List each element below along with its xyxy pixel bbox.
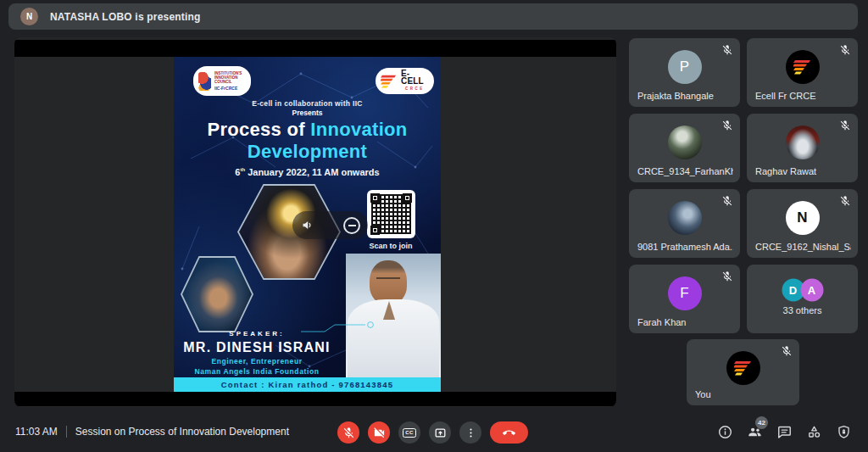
self-name: You bbox=[695, 389, 793, 399]
ecell-stripes-icon bbox=[381, 74, 398, 89]
ecell-name: E-CELL bbox=[401, 70, 429, 85]
event-date: 6th January 2022, 11 AM onwards bbox=[174, 167, 441, 177]
participant-tile[interactable]: P Prajakta Bhangale bbox=[629, 38, 740, 107]
letterbox-top bbox=[14, 40, 616, 57]
camera-toggle-button[interactable] bbox=[368, 421, 390, 444]
more-options-button[interactable] bbox=[459, 421, 481, 444]
mic-off-icon bbox=[839, 195, 851, 207]
meeting-details-button[interactable] bbox=[717, 424, 733, 440]
clock-time: 11:03 AM bbox=[15, 426, 58, 438]
qr-code bbox=[367, 190, 415, 238]
participant-name: 9081 Prathamesh Ada... bbox=[637, 242, 733, 252]
presenter-avatar: N bbox=[20, 8, 38, 25]
ecell-sub: CRCE bbox=[405, 85, 425, 92]
present-icon bbox=[434, 427, 447, 439]
participant-name: CRCE_9134_FarhanKh... bbox=[637, 166, 733, 176]
speaker-name: MR. DINESH ISRANI bbox=[174, 340, 340, 355]
camera-off-icon bbox=[373, 427, 386, 439]
activities-icon bbox=[806, 424, 822, 440]
chat-icon bbox=[776, 424, 793, 440]
divider bbox=[66, 426, 67, 438]
shared-poster: INSTITUTION'S INNOVATION COUNCIL IIC-FrC… bbox=[174, 57, 441, 392]
ecell-logo-avatar bbox=[786, 50, 820, 84]
presenting-text: NATASHA LOBO is presenting bbox=[50, 11, 201, 23]
presents-line: Presents bbox=[174, 109, 441, 117]
info-icon bbox=[717, 424, 733, 440]
mic-off-icon bbox=[721, 271, 733, 282]
mic-off-icon bbox=[721, 44, 733, 56]
iic-emblem-icon bbox=[198, 72, 211, 91]
ecell-stripes-icon bbox=[793, 59, 812, 75]
mic-off-icon bbox=[721, 120, 733, 131]
speaker-photo bbox=[346, 254, 441, 377]
chat-button[interactable] bbox=[776, 424, 793, 440]
collab-line: E-cell in collaboration with IIC bbox=[174, 99, 441, 108]
mic-toggle-button[interactable] bbox=[337, 421, 359, 444]
speaker-role: Engineer, Entrepreneur bbox=[174, 357, 340, 366]
mic-off-icon bbox=[839, 120, 851, 131]
poster-title: Process of Innovation Development bbox=[174, 119, 441, 163]
photo-avatar bbox=[668, 201, 702, 235]
activities-button[interactable] bbox=[806, 424, 822, 440]
host-controls-button[interactable] bbox=[836, 424, 852, 440]
participant-name: CRCE_9162_Nishal_Sa... bbox=[755, 242, 851, 252]
title-part-cyan: Innovation bbox=[310, 119, 407, 140]
meeting-title: Session on Process of Innovation Develop… bbox=[75, 426, 289, 438]
presenting-banner: N NATASHA LOBO is presenting bbox=[8, 3, 858, 30]
participant-name: Ecell Fr CRCE bbox=[755, 91, 851, 101]
ecell-logo-avatar bbox=[726, 351, 760, 385]
mic-off-icon bbox=[342, 427, 355, 439]
presentation-stage[interactable]: INSTITUTION'S INNOVATION COUNCIL IIC-FrC… bbox=[14, 37, 616, 407]
participant-tile[interactable]: 9081 Prathamesh Ada... bbox=[629, 189, 740, 258]
end-call-button[interactable] bbox=[490, 421, 528, 444]
participant-tile[interactable]: Ecell Fr CRCE bbox=[747, 38, 858, 107]
captions-icon: CC bbox=[403, 428, 416, 438]
others-tile[interactable]: D A 33 others bbox=[747, 265, 858, 333]
iic-line4: IIC-FrCRCE bbox=[214, 86, 242, 91]
speaker-org: Naman Angels India Foundation bbox=[174, 367, 340, 376]
volume-icon[interactable] bbox=[300, 218, 314, 232]
more-options-icon bbox=[465, 427, 477, 439]
mic-off-icon bbox=[781, 345, 793, 357]
ecell-stripes-icon bbox=[734, 360, 753, 377]
media-overlay-controls[interactable] bbox=[292, 211, 368, 239]
participant-tile[interactable]: N CRCE_9162_Nishal_Sa... bbox=[747, 189, 858, 258]
iic-logo: INSTITUTION'S INNOVATION COUNCIL IIC-FrC… bbox=[193, 66, 251, 96]
photo-avatar bbox=[786, 126, 820, 159]
self-tile[interactable]: You bbox=[687, 339, 799, 405]
avatar: N bbox=[786, 201, 820, 235]
present-button[interactable] bbox=[429, 421, 451, 444]
captions-button[interactable]: CC bbox=[398, 421, 420, 444]
participant-tile[interactable]: F Farah Khan bbox=[629, 265, 740, 333]
participant-name: Farah Khan bbox=[637, 317, 733, 327]
participant-tile[interactable]: CRCE_9134_FarhanKh... bbox=[629, 114, 740, 182]
participant-count-badge: 42 bbox=[755, 416, 768, 429]
letterbox-bottom bbox=[14, 392, 616, 406]
contact-bar: Contact : Kiran rathod - 9768143845 bbox=[174, 377, 441, 392]
title-line2: Development bbox=[248, 141, 367, 162]
participant-tile[interactable]: Raghav Rawat bbox=[747, 114, 858, 182]
end-call-icon bbox=[503, 427, 515, 439]
mic-off-icon bbox=[721, 195, 733, 207]
participants-button[interactable]: 42 bbox=[747, 424, 763, 440]
speaker-label: SPEAKER: bbox=[174, 330, 340, 338]
bottom-bar: 11:03 AM Session on Process of Innovatio… bbox=[0, 414, 868, 452]
qr-caption: Scan to join bbox=[352, 242, 430, 250]
participant-name: Raghav Rawat bbox=[755, 166, 851, 176]
avatar: F bbox=[668, 276, 702, 310]
zoom-out-icon[interactable] bbox=[343, 217, 360, 234]
others-count-label: 33 others bbox=[747, 305, 858, 315]
title-part-white: Process of bbox=[207, 119, 310, 140]
mic-off-icon bbox=[839, 44, 851, 56]
ecell-logo: E-CELL CRCE bbox=[376, 68, 434, 94]
participant-name: Prajakta Bhangale bbox=[637, 91, 733, 101]
iic-line3: COUNCIL bbox=[214, 80, 242, 84]
group-avatar: A bbox=[800, 279, 823, 302]
avatar: P bbox=[668, 50, 702, 84]
host-controls-icon bbox=[836, 424, 852, 440]
photo-avatar bbox=[668, 126, 702, 159]
